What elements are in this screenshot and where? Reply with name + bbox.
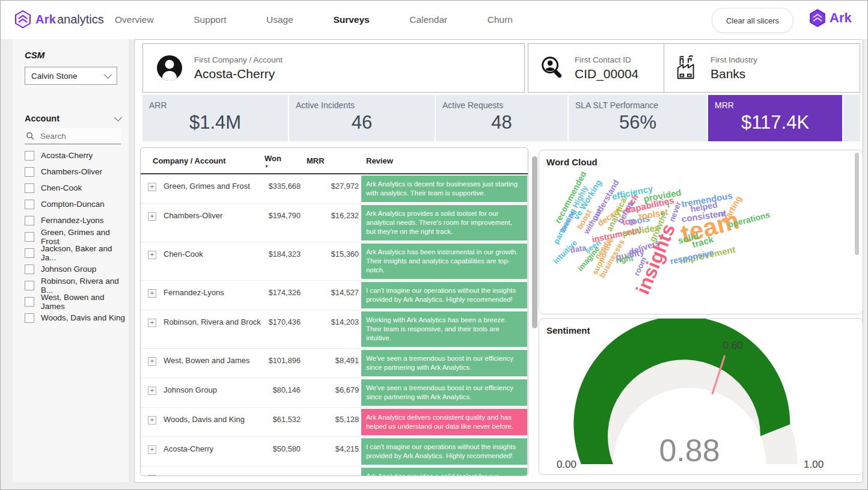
- nav-tab-churn[interactable]: Churn: [487, 14, 513, 25]
- table-row-green-grimes-and-frost[interactable]: +Green, Grimes and Frost$335,668$27,972A…: [141, 174, 528, 204]
- csm-slicer-title: CSM: [25, 50, 44, 60]
- account-slicer-header[interactable]: Account: [25, 114, 121, 123]
- checkbox[interactable]: [25, 297, 34, 307]
- expand-icon[interactable]: +: [148, 475, 156, 476]
- cell-review: Ark Analytics provides a solid toolset f…: [361, 205, 527, 240]
- col-header-review[interactable]: Review: [361, 156, 527, 165]
- nav-tab-support[interactable]: Support: [194, 14, 226, 25]
- gauge-target-label: 0.60: [723, 340, 743, 351]
- account-item-label: Fernandez-Lyons: [41, 216, 104, 225]
- account-item-acosta-cherry[interactable]: Acosta-Cherry: [22, 147, 128, 164]
- app-logo: Arkanalytics: [15, 10, 104, 28]
- checkbox[interactable]: [25, 183, 34, 193]
- expand-cell: +: [148, 310, 164, 327]
- col-header-won[interactable]: Won ▼: [264, 154, 301, 168]
- account-checkbox-list: Acosta-CherryChambers-OliverChen-CookCom…: [22, 147, 128, 326]
- table-header: Company / Account Won ▼ MRR Review: [141, 148, 528, 174]
- col-header-company[interactable]: Company / Account: [148, 156, 264, 165]
- expand-cell: +: [148, 378, 164, 395]
- cell-mrr: $27,972: [301, 174, 359, 191]
- checkbox[interactable]: [25, 151, 34, 161]
- cell-review: Ark Analytics provides a solid toolset f…: [361, 468, 527, 476]
- checkbox[interactable]: [25, 200, 34, 209]
- nav-tab-overview[interactable]: Overview: [115, 14, 154, 25]
- table-scrollbar[interactable]: [532, 156, 537, 328]
- cell-company: Green, Grimes and Frost: [164, 174, 264, 191]
- logo-text-analytics: analytics: [57, 13, 104, 26]
- cell-won: $335,668: [264, 174, 301, 191]
- kpi-sla-slt-performance: SLA SLT Performance56%: [569, 95, 707, 141]
- table-row-fernandez-lyons[interactable]: +Fernandez-Lyons$174,326$14,527I can't i…: [141, 281, 528, 310]
- col-header-mrr[interactable]: MRR: [301, 156, 359, 165]
- account-item-green-grimes-and-frost[interactable]: Green, Grimes and Frost: [22, 228, 128, 245]
- expand-cell: +: [148, 349, 164, 366]
- table-row-west-bowen-and-james[interactable]: +West, Bowen and James$101,896$8,491We'v…: [141, 349, 528, 378]
- search-input[interactable]: [39, 131, 114, 141]
- card-label: First Industry: [711, 55, 757, 64]
- table-row-johnson-group[interactable]: +Johnson Group$80,146$6,679We've seen a …: [141, 378, 528, 408]
- expand-cell: +: [148, 174, 164, 191]
- nav-tabs: OverviewSupportUsageSurveysCalendarChurn: [115, 1, 513, 39]
- cell-company: Fernandez-Lyons: [164, 281, 264, 297]
- expand-icon[interactable]: +: [148, 387, 156, 395]
- account-item-west-bowen-and-james[interactable]: West, Bowen and James: [22, 293, 128, 310]
- expand-cell: +: [148, 242, 164, 259]
- kpi-value: $1.4M: [142, 112, 288, 133]
- checkbox[interactable]: [25, 265, 34, 274]
- expand-cell: +: [148, 281, 164, 298]
- word-t: t: [667, 201, 670, 209]
- expand-icon[interactable]: +: [148, 289, 156, 298]
- kpi-label: MRR: [708, 95, 842, 110]
- table-row-chambers-oliver[interactable]: +Chambers-Oliver$194,790$16,232Ark Analy…: [141, 204, 528, 242]
- account-item-chen-cook[interactable]: Chen-Cook: [22, 180, 128, 196]
- expand-icon[interactable]: +: [148, 183, 156, 191]
- sentiment-visual: Sentiment 0.00 1.00 0.60 0.88: [539, 318, 863, 475]
- cell-won: $41,850: [264, 467, 301, 476]
- ark-logo-right: Ark: [810, 9, 852, 27]
- expand-icon[interactable]: +: [148, 319, 156, 327]
- cell-review: I can't imagine our operations without t…: [361, 282, 527, 308]
- expand-icon[interactable]: +: [148, 212, 156, 221]
- first-company-card: First Company / Account Acosta-Cherry: [142, 43, 525, 93]
- account-item-robinson-rivera-and-b[interactable]: Robinson, Rivera and B...: [22, 277, 128, 293]
- table-row-robinson-rivera-and-brock[interactable]: +Robinson, Rivera and Brock$170,436$14,2…: [141, 310, 528, 349]
- kpi-active-incidents: Active Incidents46: [289, 95, 435, 141]
- gauge-min-label: 0.00: [557, 459, 576, 470]
- expand-icon[interactable]: +: [148, 446, 156, 454]
- cell-won: $184,323: [264, 242, 301, 259]
- table-row-acosta-cherry[interactable]: +Acosta-Cherry$50,580$4,215I can't imagi…: [141, 437, 528, 467]
- checkbox[interactable]: [25, 313, 34, 323]
- cell-won: $50,580: [264, 437, 301, 453]
- account-item-chambers-oliver[interactable]: Chambers-Oliver: [22, 164, 128, 180]
- table-row-chen-cook[interactable]: +Chen-Cook$184,323$15,360Ark Analytics h…: [141, 242, 528, 281]
- first-contact-card: First Contact ID CID_00004: [528, 43, 664, 93]
- clear-all-slicers-button[interactable]: Clear all slicers: [712, 8, 793, 33]
- csm-dropdown[interactable]: Calvin Stone: [25, 67, 117, 85]
- nav-tab-usage[interactable]: Usage: [266, 14, 293, 25]
- account-item-fernandez-lyons[interactable]: Fernandez-Lyons: [22, 212, 128, 228]
- checkbox[interactable]: [25, 248, 34, 258]
- nav-tab-surveys[interactable]: Surveys: [333, 14, 369, 25]
- account-item-compton-duncan[interactable]: Compton-Duncan: [22, 196, 128, 212]
- expand-icon[interactable]: +: [148, 251, 156, 259]
- nav-tab-calendar[interactable]: Calendar: [409, 14, 447, 25]
- checkbox[interactable]: [25, 216, 34, 225]
- word-cloud-scrollbar[interactable]: [855, 153, 859, 255]
- table-row-woods-davis-and-king[interactable]: +Woods, Davis and King$61,532$5,128Ark A…: [141, 408, 528, 437]
- checkbox[interactable]: [25, 232, 34, 242]
- account-item-jackson-baker-and-ja[interactable]: Jackson, Baker and Ja...: [22, 245, 128, 261]
- contact-search-icon: [538, 54, 566, 82]
- expand-icon[interactable]: +: [148, 357, 156, 366]
- card-label: First Company / Account: [194, 55, 283, 64]
- filter-sidebar: CSM Calvin Stone Account Acosta-CherryCh…: [13, 39, 130, 482]
- expand-cell: +: [148, 204, 164, 221]
- table-row-jackson-baker-and-james[interactable]: +Jackson, Baker and James$41,850$3,487Ar…: [141, 467, 528, 476]
- checkbox[interactable]: [25, 281, 34, 290]
- first-industry-card: First Industry Banks: [664, 43, 860, 93]
- factory-icon: [674, 54, 701, 82]
- account-item-johnson-group[interactable]: Johnson Group: [22, 261, 128, 277]
- account-item-woods-davis-and-king[interactable]: Woods, Davis and King: [22, 310, 128, 326]
- expand-icon[interactable]: +: [148, 416, 156, 424]
- cell-mrr: $16,232: [301, 204, 359, 220]
- checkbox[interactable]: [25, 167, 34, 177]
